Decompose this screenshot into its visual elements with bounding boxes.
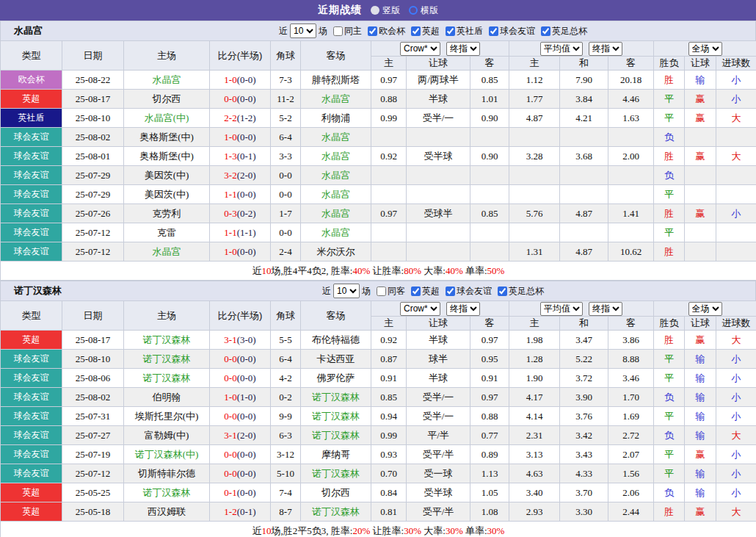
same-venue-checkbox[interactable] [333,26,343,36]
match-tables-container: 水晶宫近10场同主欧会杯英超英社盾球会友谊英足总杯类型日期主场比分(半场)角球客… [0,21,756,537]
result-outcome: 平 [654,90,685,109]
corner-count: 3-3 [271,147,301,166]
column-header: 主场 [124,41,210,71]
away-team[interactable]: 水晶宫 [301,204,371,223]
home-team[interactable]: 水晶宫 [124,242,210,262]
match-date: 25-07-31 [62,407,124,426]
corner-count: 1-7 [271,204,301,223]
games-label: 场 [319,25,327,37]
league-filter-checkbox[interactable] [541,26,550,36]
layout-option-vertical[interactable]: 竖版 [371,4,400,17]
match-type: 球会友谊 [1,369,62,388]
fulltime-score: 1-0 [224,246,236,257]
home-team[interactable]: 切斯特菲尔德 [124,464,210,483]
home-team[interactable]: 诺丁汉森林 [124,369,210,388]
league-filter-checkbox[interactable] [498,286,507,296]
away-team[interactable]: 腓特烈斯塔 [301,71,371,90]
away-team[interactable]: 切尔西 [301,483,371,502]
avg-home-odds: 1.12 [509,71,560,90]
bookmaker-select[interactable]: Crow* [400,42,440,56]
home-team[interactable]: 富勒姆(中) [124,426,210,445]
league-filter-checkbox[interactable] [411,286,421,296]
odds-time-select[interactable]: 终指 [589,42,622,56]
same-venue-checkbox[interactable] [377,286,386,296]
odds-time-select[interactable]: 终指 [446,302,480,316]
league-filter-checkbox[interactable] [489,26,498,36]
away-team[interactable]: 诺丁汉森林 [301,464,371,483]
crow-away-odds [470,166,509,185]
away-team[interactable]: 诺丁汉森林 [301,502,371,522]
avg-draw-odds: 7.90 [560,71,608,90]
away-team[interactable]: 利物浦 [301,109,371,128]
away-team[interactable]: 水晶宫 [301,166,371,185]
league-filter-checkbox[interactable] [411,26,421,36]
home-team[interactable]: 奥格斯堡(中) [124,128,210,147]
period-select[interactable]: 全场 [688,42,722,56]
layout-option-horizontal[interactable]: 横版 [409,4,438,17]
average-select[interactable]: 平均值 [540,42,583,56]
bookmaker-select[interactable]: Crow* [400,302,440,316]
league-filter-checkbox[interactable] [368,26,377,36]
result-outcome: 平 [654,464,685,483]
avg-draw-odds: 3.30 [560,502,608,522]
away-team[interactable]: 水晶宫 [301,223,371,242]
away-team[interactable]: 水晶宫 [301,128,371,147]
radio-button-icon[interactable] [409,6,418,15]
summary-segment: 单率: [463,525,487,536]
avg-draw-odds: 3.68 [560,147,608,166]
column-header: 角球 [271,301,301,331]
crow-home-odds: 0.97 [371,204,407,223]
away-team[interactable]: 水晶宫 [301,185,371,204]
home-team[interactable]: 诺丁汉森林 [124,483,210,502]
avg-draw-odds: 3.72 [560,369,608,388]
crow-handicap: 半球 [407,369,470,388]
league-filter-checkbox[interactable] [446,26,455,36]
away-team[interactable]: 诺丁汉森林 [301,426,371,445]
match-type: 球会友谊 [1,350,62,369]
avg-home-odds: 5.76 [509,204,560,223]
average-odds-group: 平均值终指 [509,301,654,317]
odds-time-select[interactable]: 终指 [446,42,480,56]
home-team[interactable]: 水晶宫(中) [124,109,210,128]
summary-segment: 单率: [463,265,487,276]
match-date: 25-08-02 [62,128,124,147]
away-team[interactable]: 水晶宫 [301,147,371,166]
home-team[interactable]: 伯明翰 [124,388,210,407]
odds-time-select[interactable]: 终指 [589,302,622,316]
corner-count: 7-3 [271,71,301,90]
league-filter-checkbox[interactable] [446,286,455,296]
radio-button-icon[interactable] [371,6,379,15]
recent-count-select[interactable]: 10 [290,24,316,38]
crow-home-odds: 0.88 [371,90,407,109]
away-team[interactable]: 布伦特福德 [301,331,371,350]
home-team[interactable]: 切尔西 [124,90,210,109]
home-team[interactable]: 诺丁汉森林 [124,331,210,350]
home-team[interactable]: 美因茨(中) [124,166,210,185]
match-date: 25-07-26 [62,204,124,223]
summary-row: 近10场,胜4平4负2, 胜率:40% 让胜率:80% 大率:40% 单率:50… [1,262,756,281]
period-select[interactable]: 全场 [688,302,722,316]
away-team[interactable]: 诺丁汉森林 [301,407,371,426]
halftime-score: (0-1) [237,506,256,517]
home-team[interactable]: 克雷 [124,223,210,242]
home-team[interactable]: 埃斯托里尔(中) [124,407,210,426]
away-team[interactable]: 卡达西亚 [301,350,371,369]
home-team[interactable]: 诺丁汉森林 [124,350,210,369]
home-team[interactable]: 克劳利 [124,204,210,223]
crow-odds-group: Crow*终指 [371,301,509,317]
match-date: 25-07-29 [62,185,124,204]
away-team[interactable]: 摩纳哥 [301,445,371,464]
crow-handicap: 受平/半 [407,445,470,464]
home-team[interactable]: 水晶宫 [124,71,210,90]
home-team[interactable]: 美因茨(中) [124,185,210,204]
away-team[interactable]: 水晶宫 [301,90,371,109]
away-team[interactable]: 佛罗伦萨 [301,369,371,388]
away-team[interactable]: 米尔沃尔 [301,242,371,262]
home-team[interactable]: 奥格斯堡(中) [124,147,210,166]
away-team[interactable]: 诺丁汉森林 [301,388,371,407]
recent-count-select[interactable]: 10 [333,284,360,298]
home-team[interactable]: 诺丁汉森林(中) [124,445,210,464]
summary-segment: 场,胜4平4负2, 胜率: [272,265,353,276]
home-team[interactable]: 西汉姆联 [124,502,210,522]
average-select[interactable]: 平均值 [540,302,583,316]
